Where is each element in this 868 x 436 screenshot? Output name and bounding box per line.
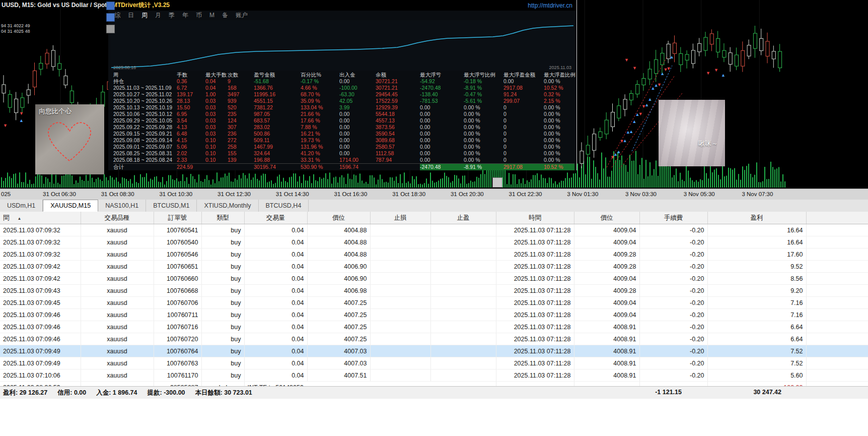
open-price: 4006.90 [307,273,370,285]
history-row[interactable]: 2025.11.03 07:09:42 xauusd 100760660 buy… [0,273,868,285]
open-price: 4004.88 [307,236,370,248]
order-number: 100760764 [154,345,201,357]
panel-menu-item[interactable]: 账户 [236,11,248,20]
svg-text:▲: ▲ [670,54,674,59]
history-column-header[interactable]: 訂單號 [154,212,201,224]
volume: 0.04 [244,357,307,369]
svg-text:▲: ▲ [721,73,726,78]
history-row[interactable]: 2025.11.03 07:09:46 xauusd 100760720 buy… [0,333,868,345]
svg-text:▼: ▼ [714,68,718,73]
history-column-header[interactable]: 交易品種 [81,212,154,224]
volume: 0.04 [244,297,307,309]
panel-dock-icon-3[interactable] [106,25,115,33]
stats-row: 2025.10.20 ~ 2025.10.2628.130.039394551.… [113,98,574,104]
sort-ascending-icon: ▲ [18,216,22,221]
chart-scroll-thumb[interactable] [492,177,502,188]
chart-tab-btcusd-m1[interactable]: BTCUSD,M1 [146,200,197,212]
history-column-header[interactable]: 間▲ [0,212,81,224]
filler-cell [806,285,868,297]
history-column-header[interactable]: 手續費 [639,212,707,224]
deal-type: buy [201,357,244,369]
panel-dock-icon-1[interactable] [106,2,115,10]
chart-tab-xtiusd-monthly[interactable]: XTIUSD,Monthly [197,200,258,212]
close-time: 2025.11.03 07:11:28 [496,357,574,369]
close-time: 2025.11.03 07:11:28 [496,369,574,382]
time-axis-label: 31 Oct 14:30 [276,191,309,197]
price-chart[interactable]: ▼▲▲▼▲▲▲▲▲▼▼▲▲▲▲▼▲▼▼▲▼▼▲▼▼▼▼▲ UUSD, M15: … [0,0,868,189]
take-profit [430,236,496,248]
open-time: 2025.11.03 07:09:42 [0,273,81,285]
history-row[interactable]: 2025.11.03 07:09:46 xauusd 100760711 buy… [0,309,868,321]
panel-menu-item[interactable]: 币 [196,11,202,20]
chart-tab-nas100-h1[interactable]: NAS100,H1 [98,200,146,212]
panel-menu-item[interactable]: 日 [128,11,134,20]
close-time: 2025.11.03 07:11:28 [496,261,574,273]
panel-menu-item[interactable]: 季 [169,11,175,20]
close-price: 4009.04 [574,273,639,285]
history-row[interactable]: 2025.11.03 07:09:42 xauusd 100760651 buy… [0,261,868,273]
svg-text:▲: ▲ [623,138,627,143]
order-number: 100760660 [154,273,201,285]
profit: 17.60 [707,248,806,261]
history-row[interactable]: 2025.11.03 07:09:49 xauusd 100760764 buy… [0,345,868,357]
close-price: 4008.91 [574,333,639,345]
history-row[interactable]: 2025.11.03 07:09:43 xauusd 100760668 buy… [0,285,868,297]
stats-row: 2025.09.15 ~ 2025.09.216.480.03236500.86… [113,131,574,137]
close-time: 2025.11.03 07:11:28 [496,297,574,309]
open-time: 2025.11.03 07:09:46 [0,309,81,321]
cat-paw-photo: 向您比个心 [35,104,104,174]
volume: 0.04 [244,248,307,261]
symbol: xauusd [81,248,154,261]
history-column-header[interactable]: 盈利 [707,212,806,224]
stop-loss [370,333,430,345]
open-price: 4006.90 [307,261,370,273]
deal-type: buy [201,261,244,273]
history-column-header[interactable]: 時間 [496,212,574,224]
commission: -0.20 [639,224,707,236]
history-column-header[interactable]: 價位 [574,212,639,224]
history-row[interactable]: 2025.11.03 07:10:06 xauusd 100761170 buy… [0,369,868,382]
history-row[interactable]: 2025.11.03 07:09:32 xauusd 100760546 buy… [0,248,868,261]
time-axis-label: 31 Oct 10:30 [159,191,192,197]
filler-cell [806,345,868,357]
history-row[interactable]: 2025.11.03 07:09:32 xauusd 100760540 buy… [0,236,868,248]
history-row[interactable]: 2025.11.03 07:09:46 xauusd 100760716 buy… [0,321,868,333]
history-row[interactable]: 2025.11.03 07:09:45 xauusd 100760706 buy… [0,297,868,309]
panel-menu-item[interactable]: 年 [182,11,188,20]
chart-tab-usdm-h1[interactable]: USDm,H1 [0,200,43,212]
panel-dock-icon-2[interactable] [106,13,115,22]
panel-menu-item[interactable]: 备 [222,11,228,20]
panel-link[interactable]: http://mtdriver.cn [528,2,572,9]
profit: 9.52 [707,261,806,273]
time-axis-label: 025 [1,191,11,197]
history-column-header[interactable]: 類型 [201,212,244,224]
history-row[interactable]: 2025.11.03 07:09:32 xauusd 100760541 buy… [0,224,868,236]
time-axis-label: 31 Oct 08:30 [101,191,134,197]
panel-menu-item[interactable]: M [209,12,214,19]
take-profit [430,369,496,382]
time-axis[interactable]: 02531 Oct 06:3031 Oct 08:3031 Oct 10:303… [0,189,868,200]
deal-type: buy [201,224,244,236]
order-number: 100760763 [154,357,201,369]
chart-tab-btcusd-h4[interactable]: BTCUSD,H4 [259,200,309,212]
commission: -0.20 [639,285,707,297]
symbol: xauusd [81,285,154,297]
history-column-header[interactable]: 價位 [307,212,370,224]
history-row[interactable]: 2025.11.03 07:09:49 xauusd 100760763 buy… [0,357,868,369]
history-column-header[interactable]: 止盈 [430,212,496,224]
profit: 7.16 [707,297,806,309]
panel-menu-item[interactable]: 月 [155,11,161,20]
filler-cell [806,236,868,248]
svg-text:▲: ▲ [647,97,652,102]
volume: 0.04 [244,321,307,333]
history-column-header[interactable]: 交易量 [244,212,307,224]
commission: -0.20 [639,321,707,333]
chart-tab-xauusd-m15[interactable]: XAUUSD,M15 [43,200,98,212]
panel-menu-item[interactable]: 周 [141,11,148,20]
panel-menu-item[interactable]: 综 [114,11,120,20]
close-time: 2025.11.03 07:11:28 [496,321,574,333]
profit-total: 30 247.42 [753,389,781,396]
history-column-header[interactable]: 止損 [370,212,430,224]
stats-row: 2025.08.25 ~ 2025.08.312.020.10155324.64… [113,150,574,157]
order-number: 100760711 [154,309,201,321]
